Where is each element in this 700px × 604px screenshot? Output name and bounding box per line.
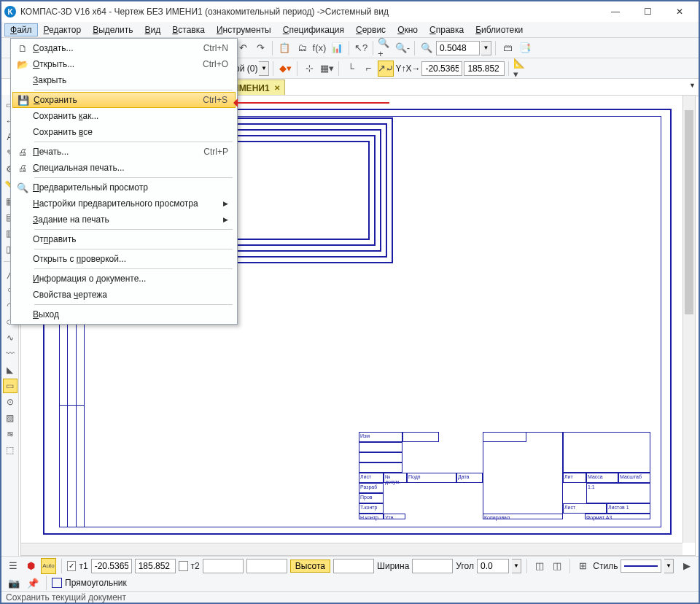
menu-библиотеки[interactable]: Библиотеки bbox=[470, 23, 529, 36]
menu-сервис[interactable]: Сервис bbox=[350, 23, 392, 36]
menuitem-открыть-с-проверкой---[interactable]: Открыть с проверкой... bbox=[12, 251, 236, 267]
ortho-button[interactable]: └ bbox=[343, 61, 359, 77]
variables-button[interactable]: 📊 bbox=[329, 40, 345, 56]
menuitem-предварительный-просмотр[interactable]: 🔍Предварительный просмотр bbox=[12, 179, 236, 195]
menuitem-label: Создать... bbox=[33, 43, 203, 53]
menuitem-label: Закрыть bbox=[33, 75, 228, 85]
document-tabs-dropdown[interactable]: ▼ bbox=[689, 82, 696, 89]
menu-инструменты[interactable]: Инструменты bbox=[211, 23, 277, 36]
menuitem-выход[interactable]: Выход bbox=[12, 306, 236, 322]
menuitem-задание-на-печать[interactable]: Задание на печать▶ bbox=[12, 212, 236, 228]
horizontal-scrollbar[interactable] bbox=[21, 543, 682, 555]
menu-вид[interactable]: Вид bbox=[139, 23, 167, 36]
axis-button-1[interactable]: ◫ bbox=[532, 558, 547, 574]
menuitem-icon: 🗋 bbox=[12, 43, 33, 54]
menuitem-открыть---[interactable]: 📂Открыть...Ctrl+O bbox=[12, 56, 236, 72]
scroll-right-button[interactable]: ▶ bbox=[680, 558, 694, 574]
titleblock-cell: Т.контр bbox=[359, 503, 384, 514]
spline-tool[interactable]: ∿ bbox=[3, 330, 18, 345]
snap-button[interactable]: ⊹ bbox=[301, 61, 317, 77]
t2-y-input[interactable] bbox=[246, 559, 287, 573]
coord-x-input[interactable] bbox=[421, 61, 462, 76]
menu-файл[interactable]: Файл bbox=[4, 23, 38, 36]
height-input[interactable] bbox=[333, 559, 374, 573]
menuitem-создать---[interactable]: 🗋Создать...Ctrl+N bbox=[12, 40, 236, 56]
axis-button-2[interactable]: ◫ bbox=[550, 558, 564, 574]
redo-button[interactable]: ↷ bbox=[252, 40, 268, 56]
equidistant-tool[interactable]: ≋ bbox=[3, 427, 18, 441]
menu-выделить[interactable]: Выделить bbox=[87, 23, 139, 36]
menuitem-icon: 💾 bbox=[13, 95, 34, 106]
line-style-button[interactable]: ◆▾ bbox=[277, 61, 293, 77]
chamfer-tool[interactable]: ◣ bbox=[3, 363, 18, 377]
stop-button[interactable]: ⬢ bbox=[23, 558, 38, 574]
round-button[interactable]: ↗⤾ bbox=[378, 61, 394, 77]
rectangle-tool[interactable]: ▭ bbox=[3, 379, 18, 393]
menuitem-shortcut: Ctrl+N bbox=[203, 43, 228, 53]
zoom-dropdown[interactable]: ▼ bbox=[481, 41, 491, 55]
zoom-in-button[interactable]: 🔍+ bbox=[377, 40, 393, 56]
grid-button[interactable]: ▦▾ bbox=[319, 61, 335, 77]
t2-checkbox[interactable] bbox=[179, 561, 188, 571]
menuitem-информация-о-документе---[interactable]: Информация о документе... bbox=[12, 271, 236, 287]
menu-вставка[interactable]: Вставка bbox=[166, 23, 211, 36]
coord-y-input[interactable] bbox=[464, 61, 505, 76]
menuitem-label: Сохранить все bbox=[33, 127, 228, 137]
zoom-out-button[interactable]: 🔍- bbox=[394, 40, 411, 56]
layers-button[interactable]: 🗃 bbox=[499, 40, 516, 56]
close-button[interactable]: ✕ bbox=[664, 1, 696, 22]
auto-button[interactable]: Auto bbox=[41, 558, 55, 574]
menuitem-label: Открыть с проверкой... bbox=[33, 254, 228, 264]
menuitem-отправить[interactable]: Отправить bbox=[12, 231, 236, 247]
camera-icon[interactable]: 📷 bbox=[6, 575, 22, 591]
hatch-tool[interactable]: ▨ bbox=[3, 411, 18, 425]
menu-справка[interactable]: Справка bbox=[424, 23, 470, 36]
style-label: Стиль bbox=[593, 561, 618, 571]
menuitem-печать---[interactable]: 🖨Печать...Ctrl+P bbox=[12, 144, 236, 160]
contour-tool[interactable]: ⬚ bbox=[3, 443, 18, 457]
angle-input[interactable] bbox=[477, 559, 509, 573]
t1-x-input[interactable] bbox=[91, 559, 132, 573]
bezier-tool[interactable]: 〰 bbox=[3, 346, 18, 361]
vertical-scrollbar[interactable] bbox=[682, 96, 695, 543]
menuitem-сохранить-все[interactable]: Сохранить все bbox=[12, 124, 236, 140]
layer-dropdown[interactable]: ▼ bbox=[259, 61, 269, 76]
grid-settings-button[interactable]: 🗂 bbox=[294, 40, 310, 56]
menu-спецификация[interactable]: Спецификация bbox=[277, 23, 350, 36]
height-field-label[interactable]: Высота bbox=[290, 560, 330, 573]
layers-manager-button[interactable]: 📑 bbox=[517, 40, 533, 56]
menu-редактор[interactable]: Редактор bbox=[38, 23, 88, 36]
menuitem-icon: 📂 bbox=[12, 59, 33, 70]
menuitem-icon: 🔍 bbox=[12, 182, 33, 193]
menuitem-специальная-печать---[interactable]: 🖨Специальная печать... bbox=[12, 160, 236, 176]
zoom-input[interactable] bbox=[436, 41, 480, 55]
t1-y-input[interactable] bbox=[135, 559, 176, 573]
titleblock-cell: Пров bbox=[359, 493, 384, 503]
t2-x-input[interactable] bbox=[203, 559, 244, 573]
menuitem-сохранить-как---[interactable]: Сохранить как... bbox=[12, 108, 236, 124]
t1-checkbox[interactable]: ✓ bbox=[67, 561, 77, 571]
style-preview[interactable] bbox=[621, 560, 661, 573]
style-dropdown[interactable]: ▼ bbox=[664, 559, 674, 573]
status-bar: Сохранить текущий документ bbox=[1, 591, 699, 603]
point-tool[interactable]: ⊙ bbox=[3, 395, 18, 409]
broken-view-button[interactable]: ⌐ bbox=[360, 61, 376, 77]
pin-icon[interactable]: 📌 bbox=[25, 575, 41, 591]
angle-dropdown[interactable]: ▼ bbox=[512, 559, 521, 573]
zoom-window-button[interactable]: 🔍 bbox=[419, 40, 435, 56]
parameters-button[interactable]: f(x) bbox=[311, 40, 327, 56]
pointer-button[interactable]: ↖? bbox=[353, 40, 369, 56]
menuitem-свойства-чертежа[interactable]: Свойства чертежа bbox=[12, 287, 236, 303]
menuitem-закрыть[interactable]: Закрыть bbox=[12, 72, 236, 88]
menu-окно[interactable]: Окно bbox=[392, 23, 424, 36]
rebuild-button[interactable]: 📋 bbox=[276, 40, 292, 56]
minimize-button[interactable]: — bbox=[599, 1, 631, 22]
menuitem-настройки-предварительного-просмотра[interactable]: Настройки предварительного просмотра▶ bbox=[12, 195, 236, 212]
doctab-close-icon[interactable]: ✕ bbox=[274, 84, 280, 92]
menuitem-сохранить[interactable]: 💾СохранитьCtrl+S bbox=[12, 92, 236, 108]
copy-props-button[interactable]: ☰ bbox=[6, 558, 20, 574]
maximize-button[interactable]: ☐ bbox=[631, 1, 664, 22]
measure-button[interactable]: 📐▾ bbox=[513, 61, 529, 77]
width-input[interactable] bbox=[412, 559, 453, 573]
axis-button-3[interactable]: ⊞ bbox=[575, 558, 590, 574]
